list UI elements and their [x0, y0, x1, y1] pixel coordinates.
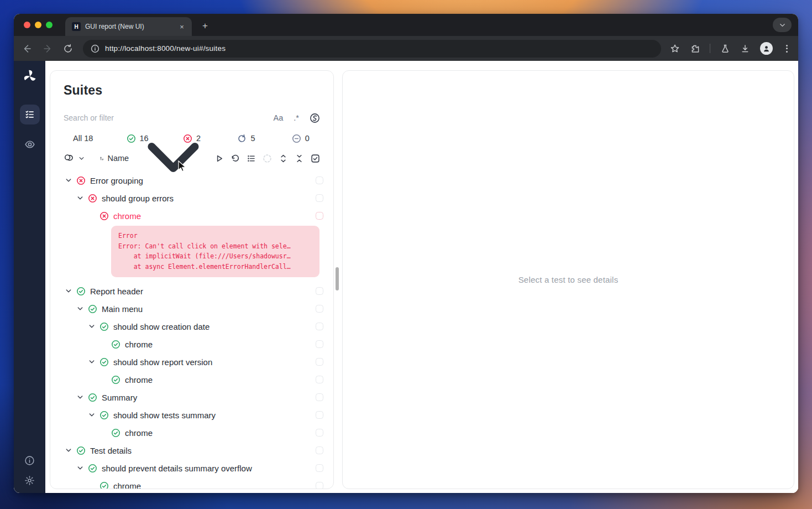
tree-actions: [214, 154, 320, 163]
row-checkbox[interactable]: [316, 376, 323, 383]
profile-avatar[interactable]: [760, 42, 773, 55]
status-passed-icon: [111, 375, 121, 385]
sidebar-item-suites[interactable]: [20, 105, 40, 124]
retry-icon: [237, 134, 247, 143]
url-text[interactable]: http://localhost:8000/new-ui#/suites: [105, 44, 226, 53]
tab-favicon: H: [72, 22, 81, 31]
menu-kebab-icon[interactable]: [783, 45, 790, 53]
tree-row[interactable]: Report header: [50, 282, 333, 300]
close-tab-icon[interactable]: ×: [177, 22, 186, 31]
back-icon[interactable]: [22, 43, 33, 54]
stat-filter-skipped[interactable]: 0: [274, 130, 328, 147]
row-checkbox[interactable]: [316, 287, 323, 295]
tree-row[interactable]: should show tests summary: [50, 406, 333, 424]
minimize-window-button[interactable]: [35, 22, 41, 28]
row-checkbox[interactable]: [316, 482, 323, 489]
row-checkbox[interactable]: [316, 340, 323, 348]
expand-all-icon[interactable]: [279, 154, 288, 163]
select-all-checkbox-icon[interactable]: [311, 154, 320, 163]
sort-label: Name: [107, 154, 129, 163]
status-passed-icon: [88, 393, 97, 402]
s-circle-icon[interactable]: [310, 113, 320, 123]
tree-row[interactable]: chrome: [50, 207, 333, 225]
chevron-down-icon[interactable]: [87, 322, 96, 331]
undo-retry-icon[interactable]: [230, 154, 240, 163]
site-info-icon[interactable]: [91, 44, 99, 53]
new-tab-button[interactable]: +: [200, 20, 211, 32]
mouse-cursor: [178, 160, 187, 173]
collapse-all-icon[interactable]: [295, 154, 304, 163]
status-passed-icon: [76, 287, 86, 296]
tree-row-label: chrome: [125, 428, 153, 438]
tree-row-label: chrome: [125, 375, 153, 385]
row-checkbox[interactable]: [316, 446, 323, 454]
tree-row[interactable]: chrome: [50, 477, 333, 489]
app-content: Suites Aa .* All 1816250: [14, 61, 798, 493]
row-checkbox[interactable]: [316, 464, 323, 472]
row-checkbox[interactable]: [316, 358, 323, 366]
chevron-down-icon[interactable]: [64, 446, 73, 455]
tree-row[interactable]: chrome: [50, 335, 333, 353]
extensions-icon[interactable]: [690, 44, 700, 54]
row-checkbox[interactable]: [316, 429, 323, 437]
chevron-down-icon[interactable]: [76, 393, 85, 402]
reload-icon[interactable]: [62, 43, 74, 54]
zoom-window-button[interactable]: [46, 22, 53, 28]
forward-icon[interactable]: [42, 43, 53, 54]
bookmark-star-icon[interactable]: [670, 44, 680, 54]
tree-row[interactable]: should prevent details summary overflow: [50, 459, 333, 477]
labs-flask-icon[interactable]: [720, 44, 730, 54]
row-checkbox[interactable]: [316, 393, 323, 401]
settings-gear-icon[interactable]: [24, 475, 35, 486]
details-panel: Select a test to see details: [342, 70, 794, 489]
scrollbar-thumb[interactable]: [336, 267, 339, 290]
status-failed-icon: [88, 194, 97, 203]
checklist-icon: [24, 109, 35, 120]
tree-row[interactable]: Main menu: [50, 300, 333, 318]
info-icon[interactable]: [24, 455, 35, 466]
tree-row-label: should show report version: [113, 357, 212, 367]
status-passed-icon: [99, 411, 109, 420]
stat-filter-retried[interactable]: 5: [219, 130, 273, 147]
tree-row-label: should prevent details summary overflow: [102, 464, 252, 473]
row-checkbox[interactable]: [316, 305, 323, 313]
row-checkbox[interactable]: [316, 194, 323, 202]
download-icon[interactable]: [740, 44, 750, 54]
match-case-button[interactable]: Aa: [274, 113, 284, 122]
sort-control[interactable]: Name: [99, 117, 214, 200]
status-failed-icon: [76, 176, 86, 185]
group-by-icon: [64, 153, 74, 164]
status-passed-icon: [111, 340, 121, 349]
list-view-icon[interactable]: [247, 154, 256, 163]
close-window-button[interactable]: [24, 22, 30, 28]
regex-button[interactable]: .*: [294, 113, 299, 122]
window-controls: [24, 22, 53, 28]
run-play-icon[interactable]: [214, 154, 224, 163]
chevron-down-icon: [78, 155, 85, 162]
chevron-down-icon[interactable]: [76, 194, 85, 202]
tree-row[interactable]: Test details: [50, 442, 333, 459]
tree-row[interactable]: should show report version: [50, 353, 333, 371]
chevron-down-icon[interactable]: [64, 287, 73, 295]
group-by-control[interactable]: [64, 153, 85, 164]
row-checkbox[interactable]: [316, 212, 323, 220]
minus-circle-icon: [292, 134, 301, 143]
tree-row[interactable]: Summary: [50, 388, 333, 406]
sidebar-item-visual-checks[interactable]: [20, 134, 40, 154]
row-checkbox[interactable]: [316, 323, 323, 330]
browser-tab[interactable]: H GUI report (New UI) ×: [65, 17, 192, 36]
chevron-down-icon: [132, 117, 214, 200]
tree-row[interactable]: should show creation date: [50, 318, 333, 335]
error-message[interactable]: Error Error: Can't call click on element…: [111, 226, 319, 277]
address-bar[interactable]: http://localhost:8000/new-ui#/suites: [83, 40, 661, 58]
chevron-down-icon[interactable]: [87, 411, 96, 419]
chevron-down-icon[interactable]: [64, 176, 73, 185]
chevron-down-icon[interactable]: [76, 304, 85, 313]
tab-search-button[interactable]: [773, 18, 792, 32]
tree-row[interactable]: chrome: [50, 371, 333, 388]
row-checkbox[interactable]: [316, 176, 323, 184]
tree-row[interactable]: chrome: [50, 424, 333, 442]
chevron-down-icon[interactable]: [76, 464, 85, 472]
row-checkbox[interactable]: [316, 411, 323, 419]
chevron-down-icon[interactable]: [87, 357, 96, 366]
